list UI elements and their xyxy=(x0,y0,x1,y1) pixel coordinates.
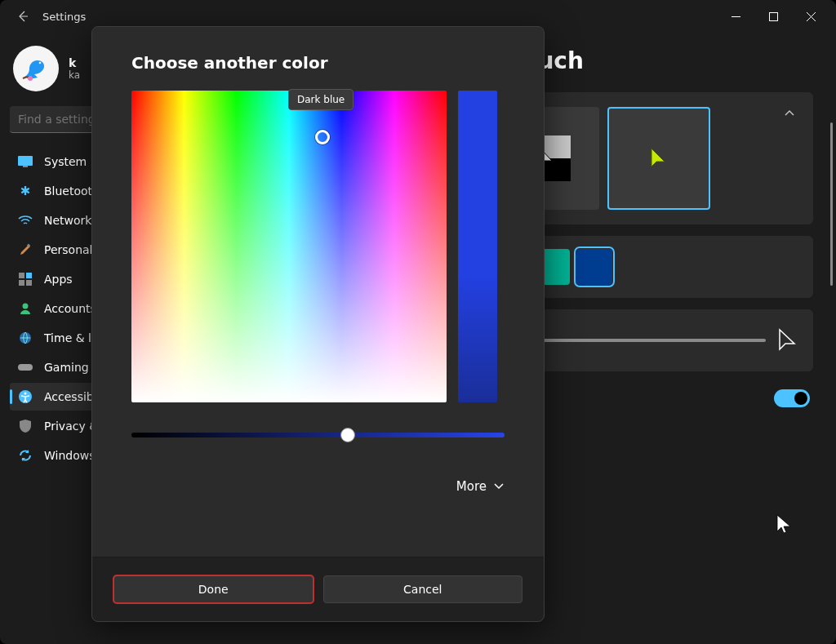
svg-rect-9 xyxy=(26,280,32,286)
pointer-style-custom[interactable] xyxy=(607,107,710,210)
chevron-down-icon xyxy=(493,481,505,492)
profile-email: ka xyxy=(69,69,80,81)
minimize-icon xyxy=(732,12,740,21)
touch-indicator-toggle[interactable] xyxy=(774,389,810,407)
display-icon xyxy=(18,154,33,169)
minimize-button[interactable] xyxy=(717,0,754,33)
color-preview-strip xyxy=(458,91,497,402)
wifi-icon xyxy=(18,213,33,228)
app-title: Settings xyxy=(42,11,86,23)
mouse-cursor-icon xyxy=(776,513,794,536)
back-button[interactable] xyxy=(7,0,39,33)
gamepad-icon xyxy=(18,360,33,375)
sidebar-item-label: System xyxy=(44,155,87,168)
done-label: Done xyxy=(198,583,229,596)
color-swatch[interactable] xyxy=(576,249,612,285)
more-toggle[interactable]: More xyxy=(131,479,505,494)
sv-cursor[interactable] xyxy=(315,130,330,144)
avatar-bird-icon xyxy=(18,51,54,87)
avatar xyxy=(13,46,59,91)
apps-icon xyxy=(18,272,33,286)
window-controls xyxy=(717,0,829,33)
close-icon xyxy=(807,12,816,21)
settings-window: Settings k ka System ✱Bluetooth & device… xyxy=(0,0,836,644)
svg-rect-7 xyxy=(26,273,32,278)
color-picker-dialog: Choose another color Dark blue More Done… xyxy=(91,26,545,622)
accessibility-icon xyxy=(18,389,33,404)
shield-icon xyxy=(18,419,33,433)
saturation-value-field[interactable]: Dark blue xyxy=(131,91,447,402)
chevron-up-icon xyxy=(784,107,795,122)
close-button[interactable] xyxy=(792,0,829,33)
cursor-large-icon xyxy=(777,327,798,353)
scrollbar[interactable] xyxy=(830,122,833,286)
svg-point-10 xyxy=(23,304,29,309)
cancel-label: Cancel xyxy=(403,583,442,596)
cursor-icon xyxy=(649,146,669,171)
bluetooth-icon: ✱ xyxy=(18,184,33,198)
svg-rect-4 xyxy=(23,166,28,167)
arrow-left-icon xyxy=(16,10,29,23)
svg-point-1 xyxy=(39,62,42,64)
more-label: More xyxy=(456,479,487,494)
value-track xyxy=(131,433,505,437)
update-icon xyxy=(18,448,33,463)
person-icon xyxy=(18,301,33,316)
svg-rect-8 xyxy=(19,280,24,286)
svg-rect-0 xyxy=(769,12,777,20)
dialog-title: Choose another color xyxy=(131,53,505,73)
svg-point-2 xyxy=(28,76,33,81)
value-thumb[interactable] xyxy=(340,428,355,442)
svg-rect-12 xyxy=(18,364,33,371)
profile-text: k ka xyxy=(69,56,80,81)
maximize-icon xyxy=(769,12,778,21)
svg-point-14 xyxy=(24,393,27,395)
svg-rect-6 xyxy=(19,273,24,278)
dialog-footer: Done Cancel xyxy=(92,557,544,621)
clock-globe-icon xyxy=(18,331,33,345)
maximize-button[interactable] xyxy=(754,0,792,33)
cancel-button[interactable]: Cancel xyxy=(323,575,523,603)
profile-name: k xyxy=(69,56,80,69)
done-button[interactable]: Done xyxy=(113,575,314,603)
sidebar-item-label: Gaming xyxy=(44,361,89,374)
sidebar-item-label: Accounts xyxy=(44,302,96,315)
color-tooltip: Dark blue xyxy=(288,89,354,110)
value-slider[interactable] xyxy=(131,427,505,443)
sidebar-item-label: Apps xyxy=(44,273,73,286)
paintbrush-icon xyxy=(18,242,33,257)
svg-rect-3 xyxy=(18,156,33,166)
